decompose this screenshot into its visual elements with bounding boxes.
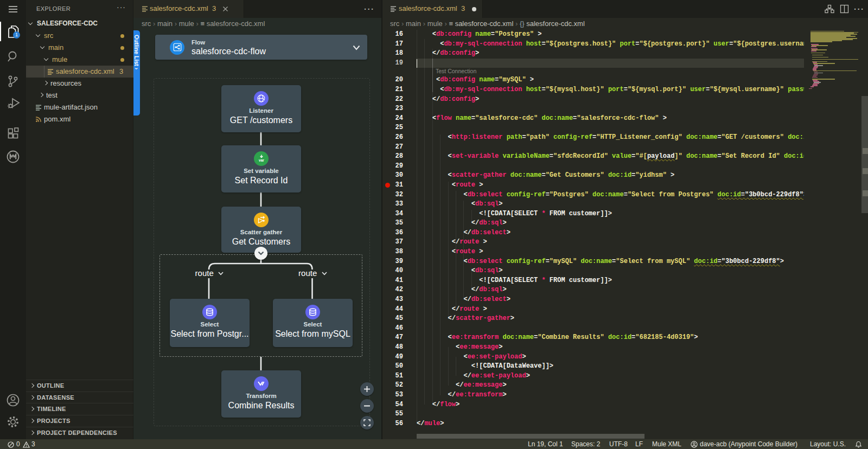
svg-text:var: var	[259, 158, 264, 162]
